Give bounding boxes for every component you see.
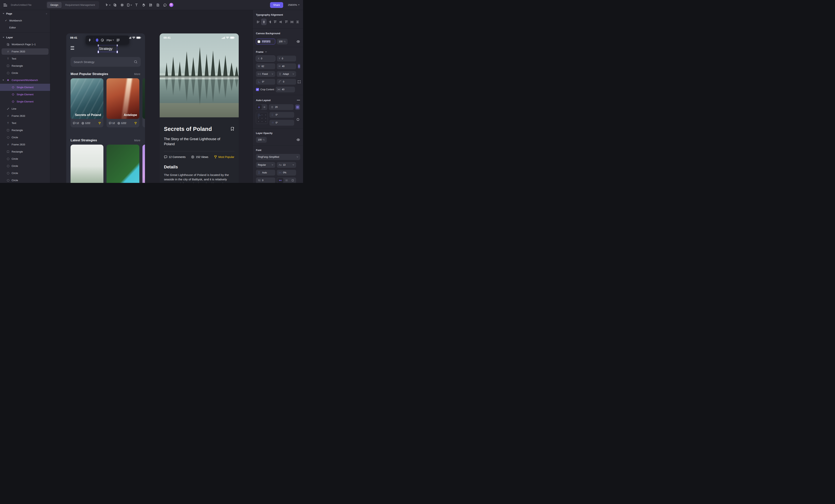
design-canvas[interactable]: 09:41 Strategy Search Strategy Most Popu… [50,10,252,183]
height-input[interactable]: H40 [277,63,296,69]
layer-row-circle[interactable]: Circle [0,162,50,169]
layer-row-single-element[interactable]: Single Element [0,84,50,91]
more-link[interactable]: More [134,73,140,76]
item-spacing-input[interactable]: 20 [269,104,293,110]
color-swatch[interactable] [258,40,260,43]
layer-row-frame-selected[interactable]: # Frame 2633 [0,48,50,55]
layer-row-frame[interactable]: # Frame 2633 [0,112,50,119]
independent-corners-icon[interactable] [298,79,301,84]
paragraph-spacing-input[interactable]: 0 [256,178,275,183]
pages-section-header[interactable]: Page + [0,10,50,17]
add-page-icon[interactable]: + [46,12,47,15]
selection-handle[interactable] [98,51,99,53]
layer-row-rectangle[interactable]: Rectangle [0,148,50,155]
padding-vertical-input[interactable]: 0° [269,120,294,126]
zoom-level-dropdown[interactable]: 25600% [288,3,300,6]
crop-value-input[interactable]: 40 [276,87,295,93]
collapse-caret-icon[interactable] [3,13,4,14]
align-center-horizontal-icon[interactable] [261,19,267,25]
page-item-editor[interactable]: Editor [0,24,50,31]
letter-spacing-input[interactable]: 0% [277,170,296,176]
visibility-eye-icon[interactable] [297,40,300,43]
remove-auto-layout-icon[interactable]: — [297,98,300,102]
rotation-input[interactable]: 0° [256,79,275,85]
ai-assistant-icon[interactable]: ✦ [169,3,174,7]
y-position-input[interactable]: Y0 [277,56,296,61]
stroke-style-icon[interactable] [101,39,104,42]
canvas-opacity-input[interactable]: 100 % [277,39,288,44]
layer-row-line[interactable]: Line [0,105,50,112]
layers-section-header[interactable]: Layer [0,34,50,41]
strategy-card[interactable]: Secrets of Poland 12 1222 [70,78,103,127]
visibility-eye-icon[interactable] [297,138,300,142]
layer-row-circle[interactable]: Circle [0,169,50,177]
direction-horizontal-icon[interactable] [262,105,267,109]
layer-row-frame[interactable]: # Frame 2633 [0,141,50,148]
main-menu-icon[interactable] [0,4,8,6]
font-weight-dropdown[interactable]: Regular [256,162,275,168]
chevron-down-icon[interactable] [265,51,267,53]
align-bottom-icon[interactable] [284,19,289,25]
page-item-workbench[interactable]: ✓ Workbench [0,17,50,24]
search-input[interactable]: Search Strategy [70,57,141,67]
constrain-proportions-link-icon[interactable] [298,64,300,69]
grid-tool-icon[interactable] [119,2,125,8]
lightning-icon[interactable] [88,39,91,42]
horizontal-resizing-dropdown[interactable]: Fixed [256,71,275,77]
layer-row-circle[interactable]: Circle [0,134,50,141]
font-family-dropdown[interactable]: PingFang–Simplified [256,154,300,160]
individual-padding-icon[interactable] [296,117,300,122]
font-size-dropdown[interactable]: Aa 13 [277,162,296,168]
move-tool-icon[interactable] [105,2,111,8]
collapse-caret-icon[interactable] [2,80,4,81]
layer-row-text[interactable]: T Text [0,119,50,127]
comment-tool-icon[interactable] [162,2,168,8]
tab-requirement-management[interactable]: Requirement Management [62,2,98,8]
fixed-size-icon[interactable] [289,178,296,183]
width-input[interactable]: W62 [256,63,275,69]
layer-row-circle[interactable]: Circle [0,155,50,162]
strategy-card[interactable] [106,145,139,183]
align-left-icon[interactable] [256,19,261,25]
export-file-icon[interactable] [155,2,161,8]
layer-row-circle[interactable]: Circle [0,69,50,77]
padding-horizontal-input[interactable]: 0° [269,112,294,118]
hand-tool-icon[interactable] [141,2,146,8]
line-height-input[interactable]: Auto [256,170,275,176]
distribute-vertical-icon[interactable] [295,19,300,25]
layout-settings-icon[interactable] [295,104,300,110]
canvas-color-input[interactable]: F0F0F0 [256,39,275,44]
bookmark-add-icon[interactable] [230,127,235,131]
strategy-card[interactable] [70,145,103,183]
distribute-horizontal-icon[interactable] [289,19,295,25]
layer-row-component[interactable]: ❖ Component/Workbench [0,77,50,84]
artboard-strategy-detail[interactable]: 09:41 Secrets of Poland The Story of the… [160,34,239,183]
layer-row-rectangle[interactable]: Rectangle [0,62,50,69]
layer-row-single-element[interactable]: Single Element [0,91,50,98]
frame-tool-icon[interactable] [112,2,118,8]
components-tool-icon[interactable] [148,2,154,8]
collapse-caret-icon[interactable] [3,37,4,38]
vertical-resizing-dropdown[interactable]: Adapt [277,71,296,77]
fill-color-swatch[interactable] [96,39,98,42]
font-size-dropdown[interactable]: 20px [106,39,114,42]
share-button[interactable]: Share [270,2,283,8]
strategy-card-partial[interactable] [142,145,145,183]
selection-handle[interactable] [117,51,118,53]
layer-opacity-input[interactable]: 100 % [256,137,267,143]
more-link[interactable]: More [134,139,140,142]
strategy-card-partial[interactable] [142,78,145,127]
selection-box[interactable] [98,45,117,52]
layer-row-text[interactable]: T Text [0,55,50,62]
corner-radius-input[interactable]: 0 [277,79,296,85]
align-right-icon[interactable] [267,19,272,25]
x-position-input[interactable]: X0 [256,56,275,61]
layer-row-single-element[interactable]: Single Element [0,98,50,105]
layer-row-circle[interactable]: Circle [0,177,50,183]
layer-row-rectangle[interactable]: Rectangle [0,127,50,134]
crop-content-checkbox[interactable] [256,88,259,91]
text-tool-icon[interactable] [134,2,139,8]
align-center-vertical-icon[interactable] [278,19,284,25]
auto-height-icon[interactable] [283,178,289,183]
tab-design[interactable]: Design [47,2,62,8]
